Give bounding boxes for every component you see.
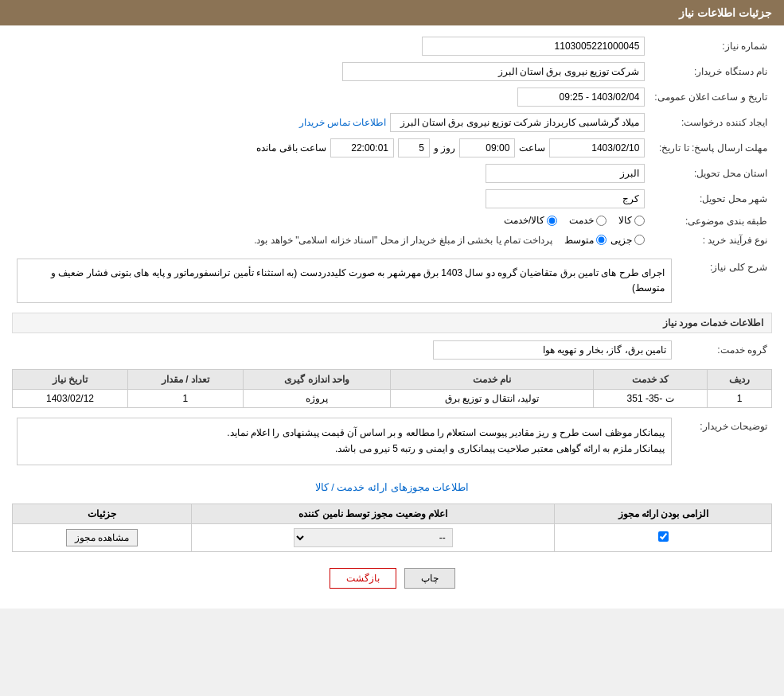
need-number-input[interactable]: [422, 37, 645, 56]
province-input[interactable]: [486, 164, 645, 183]
col-service-code: کد خدمت: [594, 369, 708, 389]
services-table: ردیف کد خدمت نام خدمت واحد اندازه گیری ت…: [12, 369, 772, 408]
license-section-title: اطلاعات مجوزهای ارائه خدمت / کالا: [12, 475, 772, 500]
cell-service-name: تولید، انتقال و توزیع برق: [391, 389, 594, 407]
city-input[interactable]: [486, 189, 645, 208]
license-table: الزامی بودن ارائه مجوز اعلام وضعیت مجوز …: [12, 504, 772, 552]
category-kala-label: کالا: [618, 215, 632, 226]
service-group-input[interactable]: [433, 340, 672, 360]
buyer-org-input[interactable]: [342, 62, 645, 81]
col-required: الزامی بودن ارائه مجوز: [555, 504, 772, 523]
process-motavaset-radio[interactable]: [596, 235, 607, 245]
buyer-notes-label: توضیحات خریدار:: [677, 414, 772, 469]
process-note: پرداخت تمام یا بخشی از مبلغ خریدار از مح…: [254, 235, 552, 246]
col-row-num: ردیف: [708, 369, 772, 389]
creator-label: ایجاد کننده درخواست:: [649, 110, 772, 135]
need-number-label: شماره نیاز:: [649, 33, 772, 59]
col-unit: واحد اندازه گیری: [243, 369, 391, 389]
license-row: -- مشاهده مجوز: [13, 523, 772, 551]
col-date: تاریخ نیاز: [13, 369, 128, 389]
cell-unit: پروژه: [243, 389, 391, 407]
category-label: طبقه بندی موضوعی:: [649, 212, 772, 231]
description-label: شرح کلی نیاز:: [677, 255, 772, 306]
view-license-button[interactable]: مشاهده مجوز: [66, 529, 138, 546]
col-quantity: تعداد / مقدار: [128, 369, 244, 389]
cell-service-code: ت -35- 351: [594, 389, 708, 407]
col-service-name: نام خدمت: [391, 369, 594, 389]
process-motavaset-label: متوسط: [564, 235, 594, 246]
remaining-label: ساعت باقی مانده: [256, 142, 326, 154]
category-kala-khedmat-radio[interactable]: [547, 216, 557, 226]
service-info-title: اطلاعات خدمات مورد نیاز: [12, 313, 772, 333]
reply-time-input[interactable]: [459, 138, 515, 157]
province-label: استان محل تحویل:: [649, 161, 772, 186]
creator-input[interactable]: [390, 113, 645, 132]
category-kala-khedmat-label: کالا/خدمت: [504, 215, 544, 226]
page-header: جزئیات اطلاعات نیاز: [0, 0, 784, 25]
col-status: اعلام وضعیت مجوز توسط نامین کننده: [192, 504, 555, 523]
city-label: شهر محل تحویل:: [649, 186, 772, 212]
buyer-org-label: نام دستگاه خریدار:: [649, 59, 772, 84]
reply-days-input[interactable]: [398, 138, 430, 157]
announcement-label: تاریخ و ساعت اعلان عمومی:: [649, 84, 772, 110]
announcement-datetime-input[interactable]: [517, 87, 645, 107]
col-details: جزئیات: [13, 504, 192, 523]
required-checkbox[interactable]: [658, 531, 669, 542]
process-label: نوع فرآیند خرید :: [649, 231, 772, 249]
back-button[interactable]: بازگشت: [330, 568, 396, 589]
category-khedmat-label: خدمت: [569, 215, 594, 226]
time-label: ساعت: [519, 142, 545, 154]
status-select[interactable]: --: [294, 528, 453, 547]
days-label: روز و: [434, 142, 455, 154]
cell-date: 1403/02/12: [13, 389, 128, 407]
print-button[interactable]: چاپ: [404, 568, 455, 589]
remaining-time-input[interactable]: [330, 138, 394, 157]
reply-deadline-label: مهلت ارسال پاسخ: تا تاریخ:: [649, 135, 772, 161]
service-group-label: گروه خدمت:: [677, 337, 772, 363]
page-title: جزئیات اطلاعات نیاز: [679, 6, 772, 19]
reply-date-input[interactable]: [549, 138, 645, 157]
table-row: 1 ت -35- 351 تولید، انتقال و توزیع برق پ…: [13, 389, 772, 407]
buyer-notes-box: پیمانکار موظف است طرح و ریز مقادیر پیوست…: [17, 418, 672, 465]
cell-row-num: 1: [708, 389, 772, 407]
description-box: اجرای طرح های تامین برق متقاضیان گروه دو…: [17, 259, 672, 303]
cell-quantity: 1: [128, 389, 244, 407]
process-jozi-label: جزیی: [610, 235, 632, 246]
contact-link[interactable]: اطلاعات تماس خریدار: [299, 117, 387, 128]
category-kala-radio[interactable]: [634, 216, 645, 226]
category-khedmat-radio[interactable]: [596, 216, 607, 226]
process-jozi-radio[interactable]: [634, 235, 645, 245]
